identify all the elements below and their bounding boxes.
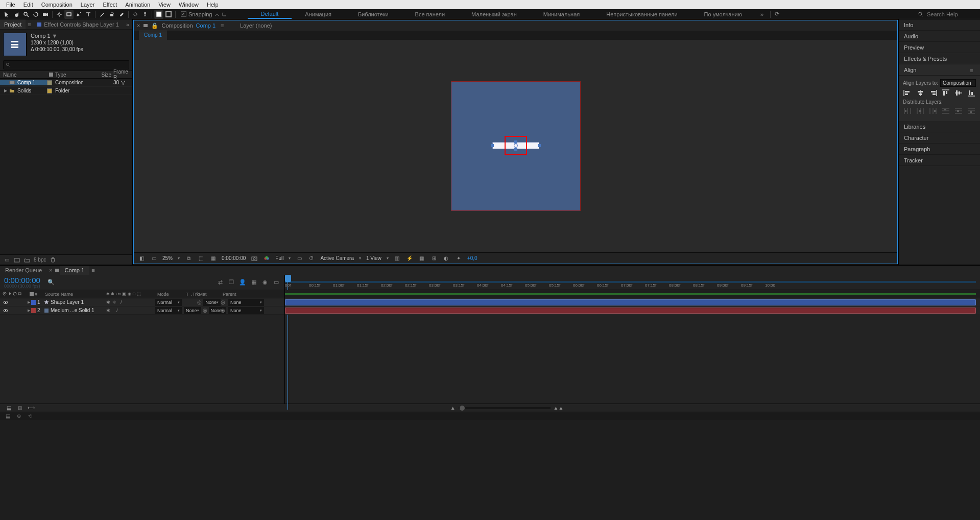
zoom-out-icon[interactable]: ▲ <box>450 405 456 411</box>
pickwhip-icon[interactable]: ◎ <box>197 299 202 305</box>
list-item[interactable]: ▶ Solids Folder <box>0 87 132 95</box>
fill-color[interactable] <box>154 10 163 19</box>
workspace-default[interactable]: Default <box>248 9 292 19</box>
trkmat-dropdown[interactable]: None▾ <box>184 307 201 314</box>
label-swatch[interactable] <box>47 80 52 85</box>
visibility-icon[interactable] <box>3 300 8 305</box>
pixel-aspect-icon[interactable]: ▥ <box>394 255 401 262</box>
panel-menu-icon[interactable]: ≡ <box>970 67 975 73</box>
pickwhip-icon[interactable]: ◎ <box>221 299 227 305</box>
workspace-all-panels[interactable]: Все панели <box>402 9 458 19</box>
trkmat-dropdown[interactable]: None▾ <box>203 299 221 306</box>
bit-depth[interactable]: 8 bpc <box>34 257 46 263</box>
project-search[interactable] <box>3 60 129 69</box>
blend-mode-dropdown[interactable]: Normal▾ <box>155 307 182 314</box>
adjust-icon[interactable]: ✦ <box>455 255 462 262</box>
align-target-dropdown[interactable]: Composition <box>940 79 976 87</box>
show-channel-icon[interactable] <box>263 255 270 262</box>
comp-subtab[interactable]: Comp 1 <box>139 31 167 40</box>
timeline-icon[interactable]: ⏱ <box>308 255 315 262</box>
workspace-animation[interactable]: Анимация <box>292 9 345 19</box>
panel-menu-icon[interactable]: ≡ <box>89 267 95 273</box>
layer-bar-row[interactable] <box>285 298 980 306</box>
pen-tool[interactable] <box>74 10 83 19</box>
col-mode[interactable]: Mode <box>155 292 184 297</box>
pickwhip-icon[interactable]: ◎ <box>203 308 207 313</box>
align-top-button[interactable] <box>941 89 950 97</box>
menu-edit[interactable]: Edit <box>19 2 37 8</box>
panel-preview[interactable]: Preview <box>899 42 980 53</box>
frame-blend-icon[interactable]: ▦ <box>250 278 258 287</box>
rectangle-tool[interactable] <box>64 10 74 19</box>
workspace-overflow[interactable]: » <box>755 11 769 17</box>
brush-tool[interactable] <box>98 10 107 19</box>
align-right-button[interactable] <box>928 89 938 97</box>
layer-name[interactable]: Medium ...e Solid 1 <box>51 308 94 313</box>
mask-icon[interactable]: ◐ <box>443 255 450 262</box>
panel-align[interactable]: Align≡ <box>899 64 980 76</box>
rotate-tool[interactable] <box>31 10 40 19</box>
parent-dropdown[interactable]: None▾ <box>228 307 264 314</box>
timeline-layer-row[interactable]: ▶ 1 Shape Layer 1 ✱✱/ Normal▾ ◎ None▾ ◎ <box>0 298 284 306</box>
tab-comp1[interactable]: Comp 1 <box>60 266 90 275</box>
menu-composition[interactable]: Composition <box>37 2 77 8</box>
search-help-input[interactable] <box>927 11 973 17</box>
pickwhip-icon[interactable]: ◎ <box>221 308 227 313</box>
roi-icon[interactable]: ⬚ <box>197 255 204 262</box>
layer-name[interactable]: Shape Layer 1 <box>51 299 84 305</box>
panel-menu-icon[interactable]: ≡ <box>26 21 32 28</box>
new-folder-icon[interactable] <box>23 256 31 264</box>
layer-bar-row[interactable] <box>285 306 980 315</box>
new-comp-icon[interactable] <box>13 256 20 264</box>
grid-icon[interactable]: ▦ <box>418 255 425 262</box>
snapping-toggle[interactable]: ✓ Snapping <box>181 11 227 17</box>
list-item[interactable]: Comp 1 Composition 30 <box>0 79 132 87</box>
align-bottom-button[interactable] <box>967 89 976 97</box>
col-parent[interactable]: Parent <box>221 292 266 297</box>
expand-icon[interactable]: ▶ <box>28 300 30 304</box>
draft-3d-icon[interactable]: ❐ <box>227 278 235 287</box>
transform-handle[interactable] <box>538 144 541 147</box>
zoom-tool[interactable] <box>21 10 31 19</box>
selection-tool[interactable] <box>2 10 11 19</box>
zoom-in-icon[interactable]: ▲▲ <box>554 405 564 411</box>
status-icon[interactable]: ⊕ <box>15 413 22 420</box>
timeline-search[interactable]: 🔍 <box>47 279 55 286</box>
tab-render-queue[interactable]: Render Queue <box>0 266 47 275</box>
toggle-in-out-icon[interactable]: ⟷ <box>28 405 35 412</box>
fast-preview-icon[interactable]: ▭ <box>296 255 303 262</box>
panel-tracker[interactable]: Tracker <box>899 155 980 166</box>
workspace-small-screen[interactable]: Маленький экран <box>458 9 530 19</box>
resolution-dropdown[interactable]: Full <box>275 255 291 261</box>
menu-help[interactable]: Help <box>203 2 223 8</box>
current-time[interactable]: 0:00:00:00 <box>222 255 246 261</box>
align-hcenter-button[interactable] <box>916 89 925 97</box>
hide-shy-icon[interactable]: 👤 <box>238 278 247 287</box>
transform-handle[interactable] <box>491 144 494 147</box>
clone-tool[interactable] <box>107 10 116 19</box>
menu-view[interactable]: View <box>154 2 175 8</box>
label-swatch[interactable] <box>31 300 36 305</box>
panel-audio[interactable]: Audio <box>899 31 980 42</box>
label-swatch[interactable] <box>47 88 52 93</box>
menu-window[interactable]: Window <box>175 2 203 8</box>
zoom-slider[interactable] <box>459 407 551 409</box>
always-preview-icon[interactable]: ◧ <box>138 255 145 262</box>
align-left-button[interactable] <box>903 89 912 97</box>
snapshot-icon[interactable] <box>251 255 258 262</box>
comp-thumbnail[interactable] <box>3 33 27 56</box>
tabs-overflow[interactable]: » <box>123 21 132 28</box>
panel-libraries[interactable]: Libraries <box>899 121 980 132</box>
motion-blur-icon[interactable]: ◉ <box>261 278 269 287</box>
anchor-tool[interactable] <box>55 10 64 19</box>
toggle-modes-icon[interactable]: ⊞ <box>16 405 23 412</box>
comp-flowchart-icon[interactable]: ⇄ <box>216 278 224 287</box>
composition-canvas[interactable] <box>451 82 580 210</box>
timeline-layer-row[interactable]: ▶ 2 Medium ...e Solid 1 ✱/ Normal▾ None▾… <box>0 306 284 315</box>
col-source-name[interactable]: Source Name <box>43 292 104 297</box>
lock-icon[interactable]: 🔒 <box>151 22 158 29</box>
status-icon[interactable]: ⟲ <box>27 413 34 420</box>
resolution-icon[interactable]: ⧉ <box>185 255 192 262</box>
panel-info[interactable]: Info <box>899 19 980 31</box>
menu-file[interactable]: File <box>2 2 19 8</box>
